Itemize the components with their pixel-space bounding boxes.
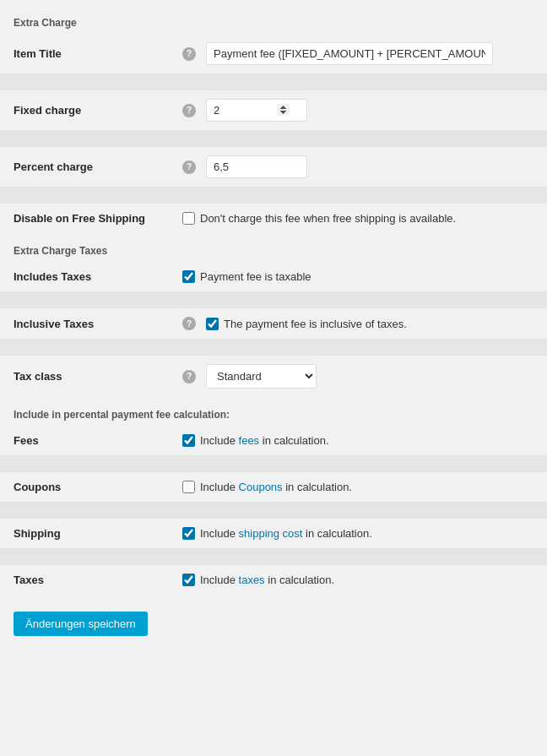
taxes-field-cell: Include taxes in calculation. (169, 565, 547, 595)
percent-calc-heading: Include in percental payment fee calcula… (0, 397, 547, 426)
includes-taxes-checkbox-row: Payment fee is taxable (182, 270, 533, 283)
taxes-table: Includes Taxes Payment fee is taxable In… (0, 262, 547, 397)
fees-checkbox-label[interactable]: Include fees in calculation. (200, 434, 329, 447)
fees-link[interactable]: fees (239, 434, 260, 447)
shipping-label: Shipping (0, 519, 169, 548)
percent-charge-input[interactable] (206, 155, 307, 178)
fees-checkbox-row: Include fees in calculation. (182, 434, 533, 447)
coupons-checkbox[interactable] (182, 481, 195, 493)
inclusive-taxes-label: Inclusive Taxes (0, 308, 169, 339)
item-title-input[interactable] (206, 42, 493, 65)
shipping-checkbox-row: Include shipping cost in calculation. (182, 527, 533, 540)
divider-8 (0, 548, 547, 565)
fixed-charge-input-wrap (206, 99, 307, 122)
inclusive-taxes-checkbox[interactable] (206, 318, 219, 330)
fixed-charge-field-cell: ? (169, 90, 547, 130)
taxes-row: Taxes Include taxes in calculation. (0, 565, 547, 595)
fees-field-cell: Include fees in calculation. (169, 426, 547, 455)
percent-charge-row: Percent charge ? (0, 147, 547, 187)
shipping-field-cell: Include shipping cost in calculation. (169, 519, 547, 548)
tax-class-help-icon[interactable]: ? (182, 370, 196, 383)
extra-charge-heading: Extra Charge (0, 10, 547, 34)
divider-7 (0, 502, 547, 519)
shipping-link[interactable]: shipping cost (239, 527, 303, 540)
disable-free-shipping-checkbox-label[interactable]: Don't charge this fee when free shipping… (200, 212, 456, 225)
shipping-checkbox-label[interactable]: Include shipping cost in calculation. (200, 527, 372, 540)
taxes-checkbox-label[interactable]: Include taxes in calculation. (200, 574, 334, 586)
shipping-checkbox[interactable] (182, 527, 195, 540)
divider-2 (0, 130, 547, 147)
includes-taxes-row: Includes Taxes Payment fee is taxable (0, 262, 547, 291)
extra-charge-table: Item Title ? Fixed charge ? (0, 34, 547, 233)
item-title-help-icon[interactable]: ? (182, 47, 196, 61)
divider-3 (0, 187, 547, 204)
coupons-field-cell: Include Coupons in calculation. (169, 472, 547, 502)
taxes-link[interactable]: taxes (239, 574, 265, 586)
percent-charge-help-icon[interactable]: ? (182, 160, 196, 174)
percent-charge-input-wrap (206, 155, 307, 178)
fixed-charge-help-icon[interactable]: ? (182, 104, 196, 117)
fees-checkbox[interactable] (182, 434, 195, 447)
extra-charge-taxes-heading: Extra Charge Taxes (0, 233, 547, 262)
shipping-row: Shipping Include shipping cost in calcul… (0, 519, 547, 548)
disable-free-shipping-row: Disable on Free Shipping Don't charge th… (0, 204, 547, 233)
taxes-label: Taxes (0, 565, 169, 595)
coupons-checkbox-label[interactable]: Include Coupons in calculation. (200, 481, 352, 493)
taxes-checkbox-row: Include taxes in calculation. (182, 574, 533, 586)
save-button[interactable]: Änderungen speichern (14, 612, 148, 636)
inclusive-taxes-field-cell: ? The payment fee is inclusive of taxes. (169, 308, 547, 339)
item-title-row: Item Title ? (0, 34, 547, 73)
percent-charge-field-cell: ? (169, 147, 547, 187)
inclusive-taxes-help-icon[interactable]: ? (182, 317, 196, 330)
disable-free-shipping-checkbox[interactable] (182, 212, 195, 225)
percent-calc-table: Fees Include fees in calculation. Coupon… (0, 426, 547, 595)
disable-free-shipping-field-cell: Don't charge this fee when free shipping… (169, 204, 547, 233)
coupons-row: Coupons Include Coupons in calculation. (0, 472, 547, 502)
divider-5 (0, 339, 547, 356)
divider-4 (0, 291, 547, 308)
includes-taxes-checkbox[interactable] (182, 270, 195, 283)
fees-label: Fees (0, 426, 169, 455)
divider-6 (0, 455, 547, 472)
item-title-field-cell: ? (169, 34, 547, 73)
disable-free-shipping-checkbox-row: Don't charge this fee when free shipping… (182, 212, 533, 225)
fixed-charge-input[interactable] (206, 99, 307, 122)
coupons-checkbox-row: Include Coupons in calculation. (182, 481, 533, 493)
coupons-link[interactable]: Coupons (239, 481, 283, 493)
includes-taxes-field-cell: Payment fee is taxable (169, 262, 547, 291)
item-title-label: Item Title (0, 34, 169, 73)
coupons-label: Coupons (0, 472, 169, 502)
taxes-checkbox[interactable] (182, 574, 195, 586)
tax-class-field-cell: ? Standard Reduced rate Zero rate (169, 356, 547, 397)
disable-free-shipping-label: Disable on Free Shipping (0, 204, 169, 233)
tax-class-label: Tax class (0, 356, 169, 397)
fees-row: Fees Include fees in calculation. (0, 426, 547, 455)
includes-taxes-label: Includes Taxes (0, 262, 169, 291)
percent-charge-label: Percent charge (0, 147, 169, 187)
fixed-charge-label: Fixed charge (0, 90, 169, 130)
tax-class-select[interactable]: Standard Reduced rate Zero rate (206, 364, 317, 389)
fixed-charge-row: Fixed charge ? (0, 90, 547, 130)
inclusive-taxes-checkbox-label[interactable]: The payment fee is inclusive of taxes. (224, 318, 407, 330)
inclusive-taxes-row: Inclusive Taxes ? The payment fee is inc… (0, 308, 547, 339)
divider-1 (0, 73, 547, 90)
page-wrap: Extra Charge Item Title ? Fixed charge ? (0, 0, 547, 756)
inclusive-taxes-checkbox-row: ? The payment fee is inclusive of taxes. (182, 317, 533, 330)
includes-taxes-checkbox-label[interactable]: Payment fee is taxable (200, 270, 311, 283)
tax-class-row: Tax class ? Standard Reduced rate Zero r… (0, 356, 547, 397)
